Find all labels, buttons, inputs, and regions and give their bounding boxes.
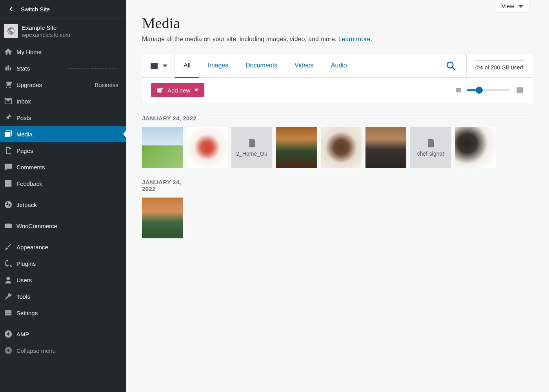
date-group-header: JANUARY 24, 2022 [142, 179, 181, 192]
chevron-down-icon [163, 64, 167, 68]
sidebar-item-posts[interactable]: Posts [0, 109, 126, 126]
mail-icon [4, 97, 13, 105]
tab-videos[interactable]: Videos [286, 54, 322, 77]
sidebar-item-upgrades[interactable]: Upgrades Business [0, 76, 126, 93]
large-thumb-icon [516, 86, 524, 94]
sidebar-item-myhome[interactable]: My Home [0, 44, 126, 60]
sidebar-item-pages[interactable]: Pages [0, 142, 126, 159]
sidebar-item-label: Posts [16, 114, 118, 121]
svg-rect-1 [5, 224, 12, 228]
sidebar-item-label: Plugins [16, 260, 118, 267]
sidebar-item-stats[interactable]: Stats [0, 60, 126, 76]
amp-icon [4, 330, 13, 338]
document-icon [425, 138, 436, 148]
sidebar-item-feedback[interactable]: Feedback [0, 175, 126, 192]
media-thumbnail[interactable] [321, 127, 362, 168]
settings-icon [4, 309, 13, 317]
sidebar-item-label: My Home [16, 49, 118, 55]
sidebar-item-label: Collapse menu [16, 347, 118, 354]
small-thumb-icon [455, 87, 462, 93]
thumbnail-size-slider[interactable] [467, 89, 510, 91]
sidebar-item-label: Jetpack [16, 201, 118, 208]
view-button-label: View [502, 3, 514, 9]
switch-site-link[interactable]: Switch Site [0, 0, 126, 18]
chevron-left-icon [8, 5, 15, 13]
media-actions-bar: Add new [142, 78, 533, 103]
media-thumbnail[interactable] [455, 127, 496, 168]
sidebar-item-label: AMP [16, 331, 118, 338]
sidebar-item-appearance[interactable]: Appearance [0, 239, 126, 255]
media-thumbnail[interactable] [142, 127, 183, 168]
sidebar-item-label: Users [16, 277, 118, 283]
tab-audio[interactable]: Audio [322, 54, 356, 77]
sidebar-item-label: Inbox [16, 98, 118, 105]
sidebar-item-label: Stats [16, 65, 65, 72]
jetpack-icon [4, 200, 13, 209]
tab-documents[interactable]: Documents [237, 54, 286, 77]
svg-line-6 [452, 67, 455, 70]
storage-bar [475, 60, 524, 61]
view-button[interactable]: View [496, 0, 529, 13]
home-icon [4, 47, 13, 56]
tab-all[interactable]: All [175, 54, 199, 78]
sidebar-item-label: Appearance [16, 244, 118, 250]
sidebar-item-users[interactable]: Users [0, 272, 126, 288]
slider-thumb[interactable] [476, 87, 483, 94]
media-thumbnail[interactable] [365, 127, 406, 168]
chevron-down-icon [518, 4, 524, 8]
search-button[interactable] [436, 54, 466, 77]
tab-images[interactable]: Images [199, 54, 237, 77]
image-icon [149, 61, 159, 71]
svg-point-0 [5, 201, 12, 208]
page-description: Manage all the media on your site, inclu… [142, 36, 533, 43]
sidebar-item-settings[interactable]: Settings [0, 305, 126, 321]
sidebar-item-tools[interactable]: Tools [0, 288, 126, 305]
chevron-down-icon [194, 88, 199, 92]
media-thumbnail-document[interactable]: 2_Home_Ou [231, 127, 272, 168]
date-group-header: JANUARY 24, 2022 [142, 115, 533, 122]
upgrades-badge: Business [95, 82, 118, 88]
sidebar-item-label: Settings [16, 310, 118, 316]
svg-point-2 [6, 277, 10, 280]
add-new-button[interactable]: Add new [151, 83, 204, 97]
user-icon [4, 276, 13, 284]
wrench-icon [4, 292, 13, 301]
sidebar-item-label: Upgrades [16, 82, 95, 88]
switch-site-label: Switch Site [21, 6, 50, 13]
sidebar-item-label: Tools [16, 293, 118, 300]
collapse-menu[interactable]: Collapse menu [0, 342, 126, 359]
site-info[interactable]: Example Site wpexamplesite.com [0, 18, 126, 44]
media-icon [4, 130, 13, 138]
sidebar-item-inbox[interactable]: Inbox [0, 93, 126, 109]
sidebar-item-media[interactable]: Media [0, 126, 126, 142]
sidebar-item-plugins[interactable]: Plugins [0, 255, 126, 272]
sidebar-item-amp[interactable]: AMP [0, 326, 126, 342]
sidebar-item-woocommerce[interactable]: WooCommerce [0, 218, 126, 234]
cart-icon [4, 80, 13, 89]
media-thumbnail[interactable] [276, 127, 317, 168]
stats-icon [4, 64, 13, 73]
pin-icon [4, 113, 13, 122]
sidebar-item-label: Media [16, 131, 118, 138]
site-icon [4, 24, 18, 38]
media-thumbnail-document[interactable]: chef-signat [410, 127, 451, 168]
media-toolbar: All Images Documents Videos Audio 0% of … [142, 54, 533, 78]
search-icon [446, 61, 456, 71]
storage-text: 0% of 200 GB used [475, 64, 524, 71]
sidebar-item-jetpack[interactable]: Jetpack [0, 196, 126, 213]
media-thumbnail[interactable] [142, 198, 183, 238]
sidebar-item-comments[interactable]: Comments [0, 159, 126, 175]
add-image-icon [156, 87, 164, 94]
woo-icon [4, 221, 13, 230]
storage-meter: 0% of 200 GB used [466, 54, 533, 77]
globe-icon [7, 27, 15, 35]
media-thumbnail[interactable] [187, 127, 227, 168]
thumbnail-size-control [455, 86, 524, 94]
pages-icon [4, 146, 13, 155]
svg-point-5 [447, 62, 453, 68]
media-type-selector[interactable] [142, 54, 175, 77]
learn-more-link[interactable]: Learn more. [338, 36, 372, 42]
plug-icon [4, 259, 13, 268]
site-domain: wpexamplesite.com [22, 32, 70, 38]
brush-icon [4, 243, 13, 251]
